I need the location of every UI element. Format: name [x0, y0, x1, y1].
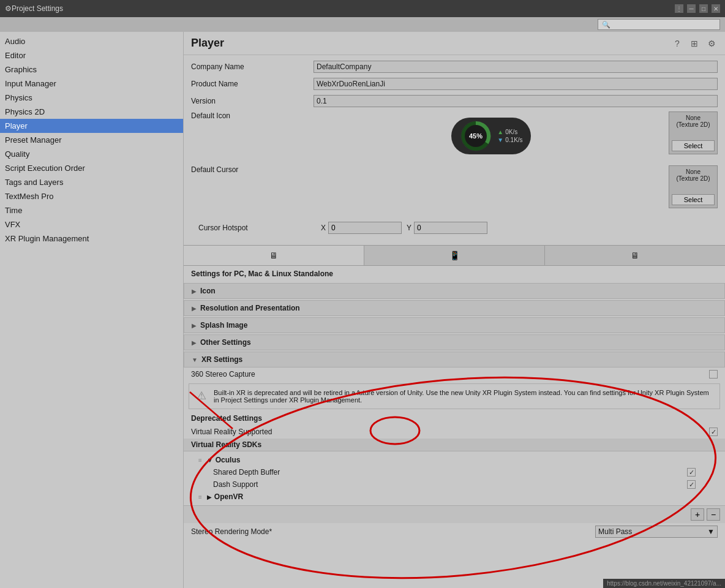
icon-preview: 45% ▲ 0K/s ▼ 0.1K/s	[314, 111, 669, 160]
company-name-label: Company Name	[191, 62, 314, 71]
section-other-settings: ▶ Other Settings	[184, 334, 725, 350]
section-splash-header[interactable]: ▶ Splash Image	[184, 317, 725, 333]
version-input[interactable]	[314, 95, 718, 107]
minimize-button[interactable]: ─	[687, 4, 696, 13]
network-circle: 45%	[459, 119, 492, 153]
hotspot-xy: X Y	[321, 222, 710, 234]
openvr-drag-handle: ≡	[198, 494, 202, 500]
menu-button[interactable]: ⋮	[675, 4, 683, 13]
default-icon-texture-box: None(Texture 2D) Select	[669, 111, 718, 154]
add-sdk-button[interactable]: +	[691, 508, 704, 521]
tab-pc[interactable]: 🖥	[184, 246, 364, 265]
stereo-rendering-select[interactable]: Multi Pass ▼	[595, 526, 718, 538]
section-xr-settings-header[interactable]: ▼ XR Settings	[184, 352, 725, 368]
warning-box: ⚠ Built-in XR is deprecated and will be …	[189, 383, 720, 409]
layout-icon[interactable]: ⊞	[688, 37, 701, 50]
form-section: Company Name Product Name Version Defaul…	[184, 55, 725, 245]
icon-section-arrow: ▶	[192, 288, 197, 295]
default-cursor-row: Default Cursor None(Texture 2D) Select	[191, 165, 718, 214]
xr-settings-title: XR Settings	[201, 355, 242, 364]
sidebar-item-physics-2d[interactable]: Physics 2D	[0, 105, 183, 119]
sidebar-item-quality[interactable]: Quality	[0, 147, 183, 161]
remove-sdk-button[interactable]: −	[707, 508, 720, 521]
tab-android[interactable]: 📱	[364, 246, 545, 265]
sidebar-item-time[interactable]: Time	[0, 203, 183, 217]
default-cursor-texture-box: None(Texture 2D) Select	[669, 165, 718, 208]
window-title: Project Settings	[12, 4, 63, 13]
product-name-input[interactable]	[314, 78, 718, 90]
sidebar: Audio Editor Graphics Input Manager Phys…	[0, 32, 184, 588]
cursor-hotspot-row: Cursor Hotspot X Y	[191, 219, 718, 236]
vr-supported-checkbox[interactable]	[709, 428, 718, 436]
vr-sdks-label: Virtual Reality SDKs	[191, 440, 261, 449]
search-input[interactable]	[598, 19, 720, 30]
sidebar-item-audio[interactable]: Audio	[0, 34, 183, 48]
default-icon-label: Default Icon	[191, 111, 314, 120]
oculus-drag-handle: ≡	[198, 457, 202, 464]
page-title: Player	[191, 37, 224, 50]
maximize-button[interactable]: □	[699, 4, 708, 13]
add-remove-row: + −	[184, 505, 725, 523]
settings-icon[interactable]: ⚙	[705, 37, 718, 50]
speed-down: ▼ 0.1K/s	[497, 137, 522, 143]
vr-sdks-row: Virtual Reality SDKs	[184, 439, 725, 451]
sidebar-item-script-execution-order[interactable]: Script Execution Order	[0, 161, 183, 175]
dash-support-checkbox[interactable]	[687, 480, 696, 489]
settings-for-label: Settings for PC, Mac & Linux Standalone	[184, 266, 725, 282]
stereo-capture-checkbox[interactable]	[709, 370, 718, 379]
network-speeds: ▲ 0K/s ▼ 0.1K/s	[497, 129, 522, 143]
sidebar-item-editor[interactable]: Editor	[0, 48, 183, 62]
sdk-item-openvr: ≡ ▶ OpenVR	[184, 491, 725, 503]
stereo-rendering-row: Stereo Rendering Mode* Multi Pass ▼	[184, 523, 725, 540]
section-icon-header[interactable]: ▶ Icon	[184, 283, 725, 299]
stereo-rendering-value: Multi Pass	[598, 527, 632, 536]
oculus-arrow: ▼	[207, 457, 213, 464]
sdk-item-oculus: ≡ ▼ Oculus	[184, 454, 725, 466]
vr-sdk-content: ≡ ▼ Oculus Shared Depth Buffer Dash Supp…	[184, 451, 725, 505]
section-other-settings-header[interactable]: ▶ Other Settings	[184, 334, 725, 350]
tab-webgl[interactable]: 🖥	[545, 246, 725, 265]
texture-select-button-2[interactable]: Select	[672, 194, 715, 205]
vr-supported-row: Virtual Reality Supported	[184, 425, 725, 439]
title-bar: ⚙ Project Settings ⋮ ─ □ ✕	[0, 0, 725, 17]
texture-label-2: None(Texture 2D)	[676, 168, 710, 182]
sidebar-item-vfx[interactable]: VFX	[0, 217, 183, 232]
header-icons: ? ⊞ ⚙	[671, 37, 718, 50]
default-cursor-label: Default Cursor	[191, 165, 314, 174]
sidebar-item-physics[interactable]: Physics	[0, 91, 183, 105]
close-button[interactable]: ✕	[712, 4, 720, 13]
xr-settings-arrow: ▼	[192, 356, 198, 363]
sidebar-item-input-manager[interactable]: Input Manager	[0, 77, 183, 91]
hotspot-x-input[interactable]	[328, 222, 402, 234]
sidebar-item-graphics[interactable]: Graphics	[0, 62, 183, 77]
sidebar-item-preset-manager[interactable]: Preset Manager	[0, 133, 183, 147]
sidebar-item-player[interactable]: Player	[0, 119, 183, 133]
main-layout: Audio Editor Graphics Input Manager Phys…	[0, 32, 725, 588]
texture-label-1: None(Texture 2D)	[676, 115, 710, 128]
hotspot-x-label: X	[321, 224, 326, 232]
search-bar	[0, 17, 725, 32]
company-name-input[interactable]	[314, 61, 718, 73]
version-row: Version	[191, 94, 718, 108]
section-splash: ▶ Splash Image	[184, 317, 725, 333]
other-settings-title: Other Settings	[200, 338, 251, 347]
section-resolution-header[interactable]: ▶ Resolution and Presentation	[184, 300, 725, 316]
warning-icon: ⚠	[197, 389, 209, 402]
version-label: Version	[191, 97, 314, 105]
title-icon: ⚙	[5, 4, 12, 13]
sdk-sub-dash-support: Dash Support	[184, 478, 725, 491]
platform-tabs: 🖥 📱 🖥	[184, 245, 725, 266]
status-url: https://blog.csdn.net/weixin_42121097/a.…	[607, 580, 721, 587]
stereo-capture-row: 360 Stereo Capture	[184, 368, 725, 381]
window-controls: ⋮ ─ □ ✕	[675, 4, 720, 13]
hotspot-y-input[interactable]	[414, 222, 487, 234]
sidebar-item-xr-plugin-management[interactable]: XR Plugin Management	[0, 232, 183, 246]
sidebar-item-tags-and-layers[interactable]: Tags and Layers	[0, 175, 183, 189]
sidebar-item-textmesh-pro[interactable]: TextMesh Pro	[0, 189, 183, 203]
help-icon[interactable]: ?	[671, 37, 683, 50]
cursor-hotspot-label: Cursor Hotspot	[198, 224, 321, 232]
shared-depth-checkbox[interactable]	[687, 468, 696, 477]
texture-select-button-1[interactable]: Select	[672, 140, 715, 151]
hotspot-y-field: Y	[407, 222, 487, 234]
stereo-capture-label: 360 Stereo Capture	[191, 370, 709, 379]
